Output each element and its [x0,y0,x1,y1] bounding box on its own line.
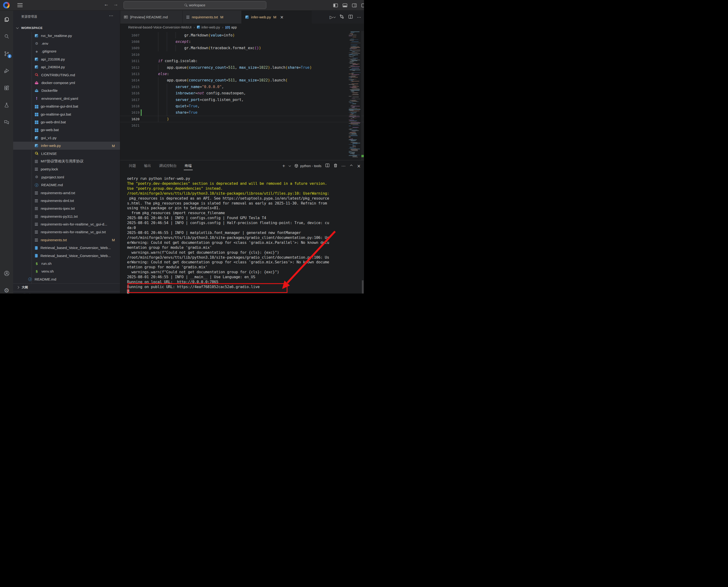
tab-infer-web-py[interactable]: infer-web.pyM× [242,10,312,24]
file-row[interactable]: ⚙pyproject.toml [13,173,120,181]
explorer-more-icon[interactable]: ⋯ [109,13,114,18]
toggle-secondary-sidebar-icon[interactable] [351,2,358,9]
code-line[interactable]: 1614app.queue(concurrency_count=511, max… [120,77,364,84]
file-row[interactable]: docker-compose.yml [13,79,120,87]
tab-requirements-txt[interactable]: requirements.txtM [183,10,242,24]
kill-terminal-icon[interactable] [333,163,338,168]
breadcrumb-project[interactable]: Retrieval-based-Voice-Conversion-WebUI [128,25,192,29]
file-row[interactable]: poetry.lock [13,165,120,173]
search-sidebar-icon[interactable] [3,33,10,40]
tab--preview-readme-md[interactable]: [Preview] README.md [120,10,183,24]
code-line[interactable]: 1620) [120,116,364,122]
toggle-panel-icon[interactable] [341,2,348,9]
file-row[interactable]: LICENSE [13,150,120,158]
file-row[interactable]: $run.sh [13,260,120,267]
panel-tab[interactable]: 终端 [185,160,192,171]
file-row[interactable]: go-web-dml.bat [13,118,120,126]
split-terminal-icon[interactable] [325,163,330,168]
code-line[interactable]: 1610 [120,51,364,58]
minimap[interactable] [348,31,361,160]
maximize-panel-icon[interactable] [349,164,353,168]
run-debug-icon[interactable] [3,67,10,74]
customize-layout-icon[interactable] [360,2,364,9]
close-panel-icon[interactable]: × [357,163,361,168]
new-terminal-icon[interactable]: + [282,163,285,169]
extensions-icon[interactable] [3,85,10,91]
terminal-output[interactable]: oetry run python infer-web.pyThe "poetry… [127,176,360,289]
breadcrumb-file[interactable]: infer-web.py [197,25,220,29]
settings-gear-icon[interactable]: ⚙ [3,287,10,294]
file-row[interactable]: requirements-win-for-realtime_vc_gui.txt [13,228,120,236]
file-row[interactable]: MIT协议暨相关引用库协议 [13,158,120,165]
code-line[interactable]: 1619share=True [120,110,364,116]
code-line[interactable]: 1611if config.iscolab: [120,58,364,64]
code-line[interactable]: 1613else: [120,71,364,77]
forward-arrow-icon[interactable]: → [113,1,119,7]
shell-icon: $ [35,262,39,265]
file-row[interactable]: infer-web.pyM [13,142,120,149]
code-editor[interactable]: 1607gr.Markdown(value=info)1608except:16… [120,31,364,160]
file-row[interactable]: requirements-dml.txt [13,197,120,205]
account-icon[interactable] [3,270,10,277]
code-line[interactable]: 1615server_name="0.0.0.0", [120,84,364,90]
back-arrow-icon[interactable]: ← [103,1,110,7]
file-row[interactable]: go-web.bat [13,126,120,134]
command-center-search[interactable]: workspace [123,1,266,9]
file-row[interactable]: iREADME.md [13,181,120,189]
file-row[interactable]: ◆.gitignore [13,48,120,55]
file-row[interactable]: requirements.txtM [13,236,120,244]
file-row[interactable]: go-realtime-gui.bat [13,110,120,118]
panel-tab[interactable]: 问题 [129,160,136,171]
terminal-scrollbar[interactable] [362,280,364,294]
file-row[interactable]: ⚙.env [13,40,120,47]
source-control-icon[interactable]: 2 [3,50,10,57]
file-row[interactable]: api_231006.py [13,55,120,63]
code-line[interactable]: 1621 [120,122,364,128]
file-row[interactable]: Retrieval_based_Voice_Conversion_Web... [13,252,120,260]
toggle-sidebar-icon[interactable] [332,2,339,9]
file-row[interactable]: Dockerfile [13,87,120,95]
panel-tab[interactable]: 输出 [144,160,151,171]
file-row[interactable]: go-realtime-gui-dml.bat [13,102,120,110]
file-row[interactable]: CONTRIBUTING.md [13,71,120,79]
file-row[interactable]: $venv.sh [13,267,120,275]
breadcrumb-symbol[interactable]: [@] app [225,25,237,29]
terminal-instance[interactable]: python - tools [294,164,321,168]
code-line[interactable]: 1608except: [120,38,364,45]
file-row[interactable]: requirements-win-for-realtime_vc_gui-d..… [13,220,120,228]
minimap-line [351,81,359,81]
run-python-file-button[interactable]: ▷ [330,15,335,20]
panel-more-icon[interactable]: ⋯ [341,164,346,168]
timeline-section-header[interactable]: 时间线 [13,291,120,294]
open-changes-icon[interactable] [339,14,344,20]
code-line[interactable]: 1616inbrowser=not config.noautoopen, [120,90,364,96]
file-row[interactable]: rvc_for_realtime.py [13,32,120,40]
outline-label: 大纲 [22,285,28,289]
code-line[interactable]: 1612app.queue(concurrency_count=511, max… [120,64,364,71]
file-row[interactable]: api_240604.py [13,63,120,71]
workspace-section-header[interactable]: WORKSPACE [13,24,120,32]
code-line[interactable]: 1607gr.Markdown(value=info) [120,32,364,38]
explorer-icon[interactable] [3,16,10,23]
comments-icon[interactable] [3,119,10,126]
panel-tab[interactable]: 调试控制台 [159,160,177,171]
more-actions-icon[interactable]: ⋯ [357,15,361,20]
menu-icon[interactable] [18,3,23,7]
outline-section-header[interactable]: 大纲 [13,283,120,291]
chevron-down-icon[interactable] [289,164,291,167]
testing-icon[interactable] [3,102,10,109]
file-row[interactable]: requirements-ipex.txt [13,205,120,213]
file-row[interactable]: requirements-py311.txt [13,213,120,220]
close-icon[interactable]: × [280,15,284,20]
file-row[interactable]: Retrieval_based_Voice_Conversion_Web... [13,244,120,252]
file-name: docker-compose.yml [42,81,75,85]
split-editor-icon[interactable] [348,14,353,20]
code-line[interactable]: 1609gr.Markdown(traceback.format_exc()) [120,45,364,51]
code-line[interactable]: 1617server_port=config.listen_port, [120,96,364,103]
code-line[interactable]: 1618quiet=True, [120,103,364,109]
file-row[interactable]: !environment_dml.yaml [13,95,120,102]
file-row[interactable]: iREADME.md [13,275,120,283]
file-row[interactable]: requirements-amd.txt [13,189,120,197]
key-icon [35,73,38,77]
file-row[interactable]: gui_v1.py [13,134,120,142]
